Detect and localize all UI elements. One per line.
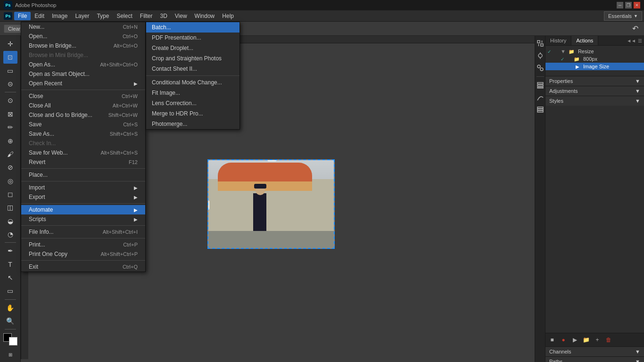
menu-import[interactable]: Import ▶ — [21, 183, 145, 192]
menu-edit[interactable]: Edit — [31, 12, 48, 20]
menu-export[interactable]: Export ▶ — [21, 192, 145, 202]
brush-tool[interactable]: 🖌 — [3, 148, 17, 160]
channels-icon-btn[interactable] — [536, 81, 545, 90]
adjustments-icon-btn[interactable] — [536, 51, 545, 60]
dodge-tool[interactable]: ◔ — [3, 228, 17, 240]
adjustments-header[interactable]: Adjustments ▼ — [545, 86, 644, 96]
submenu-droplet[interactable]: Create Droplet... — [146, 43, 239, 53]
menu-save-web[interactable]: Save for Web... Alt+Shift+Ctrl+S — [21, 148, 145, 157]
submenu-crop-straighten[interactable]: Crop and Straighten Photos — [146, 53, 239, 64]
menu-type[interactable]: Type — [93, 12, 113, 20]
styles-icon-btn[interactable] — [536, 63, 545, 73]
paths-icon-btn[interactable] — [536, 93, 545, 102]
minimize-button[interactable]: ─ — [617, 2, 623, 8]
styles-header[interactable]: Styles ▼ — [545, 96, 644, 106]
delete-button[interactable]: 🗑 — [604, 335, 613, 345]
menu-browse-bridge[interactable]: Browse in Bridge... Alt+Ctrl+O — [21, 41, 145, 50]
menu-window[interactable]: Window — [191, 12, 219, 20]
menu-exit[interactable]: Exit Ctrl+Q — [21, 262, 145, 272]
new-action-button[interactable]: + — [593, 335, 602, 345]
crop-handle-br[interactable] — [333, 247, 335, 249]
submenu-photomerge[interactable]: Photomerge... — [146, 119, 239, 129]
clone-tool[interactable]: ⊘ — [3, 161, 17, 173]
submenu-contact-sheet[interactable]: Contact Sheet II... — [146, 64, 239, 74]
crop-handle-l[interactable] — [208, 200, 209, 210]
crop-tool[interactable]: ⊡ — [3, 51, 17, 63]
panel-minimize-button[interactable]: ◄◄ — [627, 38, 636, 43]
menu-3d[interactable]: 3D — [156, 12, 171, 20]
restore-button[interactable]: ❐ — [625, 2, 632, 8]
menu-scripts[interactable]: Scripts ▶ — [21, 214, 145, 224]
heal-tool[interactable]: ⊕ — [3, 134, 17, 147]
marquee-tool[interactable]: ▭ — [3, 65, 17, 77]
gradient-tool[interactable]: ◫ — [3, 201, 17, 214]
properties-header[interactable]: Properties ▼ — [545, 76, 644, 86]
menu-open-as[interactable]: Open As... Alt+Shift+Ctrl+O — [21, 60, 145, 69]
submenu-merge-hdr[interactable]: Merge to HDR Pro... — [146, 108, 239, 119]
menu-automate[interactable]: Automate ▶ — [21, 205, 145, 214]
history-brush-tool[interactable]: ◎ — [3, 174, 17, 187]
create-folder-button[interactable]: 📁 — [581, 335, 591, 345]
crop-handle-t[interactable] — [267, 160, 277, 161]
menu-smart-object[interactable]: Open as Smart Object... — [21, 69, 145, 79]
crop-tool-2[interactable]: ⊠ — [3, 108, 17, 120]
zoom-tool[interactable]: 🔍 — [3, 315, 17, 327]
menu-view[interactable]: View — [171, 12, 191, 20]
menu-filter[interactable]: Filter — [136, 12, 157, 20]
action-item-image-size[interactable]: ▶ Image Size — [545, 63, 644, 70]
menu-print-one[interactable]: Print One Copy Alt+Shift+Ctrl+P — [21, 249, 145, 259]
channels-header[interactable]: Channels ▼ — [545, 347, 644, 356]
crop-handle-tr[interactable] — [333, 160, 335, 163]
menu-close-all[interactable]: Close All Alt+Ctrl+W — [21, 101, 145, 110]
stop-button[interactable]: ■ — [547, 335, 557, 345]
properties-icon-btn[interactable] — [536, 39, 545, 48]
background-color[interactable] — [9, 337, 17, 346]
undo-button[interactable]: ↶ — [630, 24, 640, 34]
blur-tool[interactable]: ◒ — [3, 215, 17, 227]
crop-handle-bl[interactable] — [208, 247, 211, 249]
menu-place[interactable]: Place... — [21, 170, 145, 180]
menu-print[interactable]: Print... Ctrl+P — [21, 240, 145, 249]
type-tool[interactable]: T — [3, 258, 17, 271]
submenu-cond-mode[interactable]: Conditional Mode Change... — [146, 77, 239, 88]
essentials-dropdown[interactable]: Essentials ▼ — [604, 11, 642, 21]
tab-actions[interactable]: Actions — [571, 36, 598, 45]
move-tool[interactable]: ✛ — [3, 38, 17, 50]
menu-save-as[interactable]: Save As... Shift+Ctrl+S — [21, 129, 145, 139]
layers-icon-btn[interactable] — [536, 105, 545, 115]
menu-image[interactable]: Image — [48, 12, 71, 20]
eyedropper-tool[interactable]: ✏ — [3, 121, 17, 133]
submenu-fit-image[interactable]: Fit Image... — [146, 88, 239, 98]
menu-close-bridge[interactable]: Close and Go to Bridge... Shift+Ctrl+W — [21, 110, 145, 120]
quick-mask-button[interactable]: ⊞ — [3, 348, 17, 361]
play-button[interactable]: ▶ — [570, 335, 579, 345]
hand-tool[interactable]: ✋ — [3, 301, 17, 313]
lasso-tool[interactable]: ⊝ — [3, 78, 17, 90]
shape-tool[interactable]: ▭ — [3, 285, 17, 297]
menu-revert[interactable]: Revert F12 — [21, 157, 145, 167]
menu-layer[interactable]: Layer — [71, 12, 93, 20]
menu-ps[interactable]: Ps — [2, 12, 14, 20]
close-button[interactable]: ✕ — [634, 2, 640, 8]
menu-file[interactable]: File — [14, 12, 31, 20]
menu-open-recent[interactable]: Open Recent ▶ — [21, 79, 145, 88]
crop-handle-tl[interactable] — [208, 160, 211, 163]
menu-file-info[interactable]: File Info... Alt+Shift+Ctrl+I — [21, 227, 145, 237]
path-select-tool[interactable]: ↖ — [3, 272, 17, 284]
menu-new[interactable]: New... Ctrl+N — [21, 22, 145, 32]
tab-history[interactable]: History — [545, 36, 571, 45]
panel-menu-button[interactable]: ☰ — [638, 38, 642, 43]
menu-open[interactable]: Open... Ctrl+O — [21, 32, 145, 41]
quick-select-tool[interactable]: ⊙ — [3, 94, 17, 107]
paths-header[interactable]: Paths ▼ — [545, 357, 644, 362]
submenu-lens-correction[interactable]: Lens Correction... — [146, 98, 239, 108]
submenu-batch[interactable]: Batch... — [146, 22, 239, 33]
pen-tool[interactable]: ✒ — [3, 245, 17, 257]
submenu-pdf[interactable]: PDF Presentation... — [146, 33, 239, 43]
eraser-tool[interactable]: ◻ — [3, 188, 17, 200]
menu-help[interactable]: Help — [218, 12, 238, 20]
menu-save[interactable]: Save Ctrl+S — [21, 120, 145, 129]
menu-close[interactable]: Close Ctrl+W — [21, 91, 145, 101]
menu-select[interactable]: Select — [113, 12, 136, 20]
record-button[interactable]: ● — [559, 335, 568, 345]
